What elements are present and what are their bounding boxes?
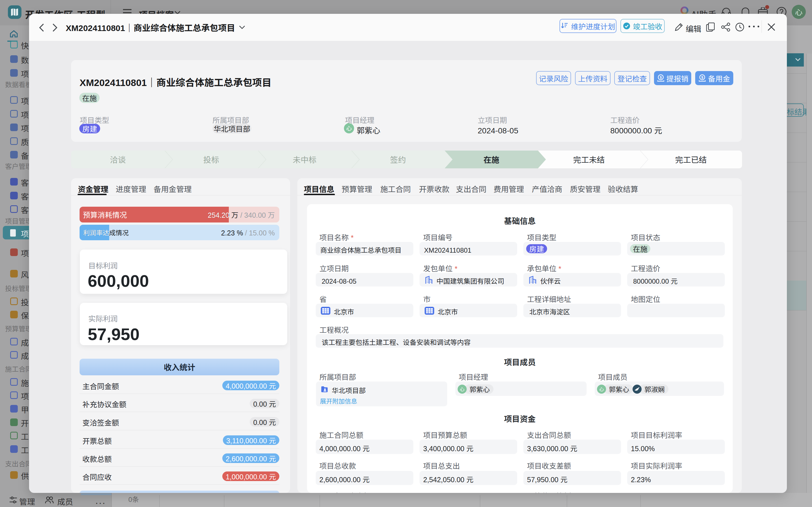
svg-text:$: $ — [660, 74, 662, 80]
svg-text:$: $ — [701, 74, 704, 80]
